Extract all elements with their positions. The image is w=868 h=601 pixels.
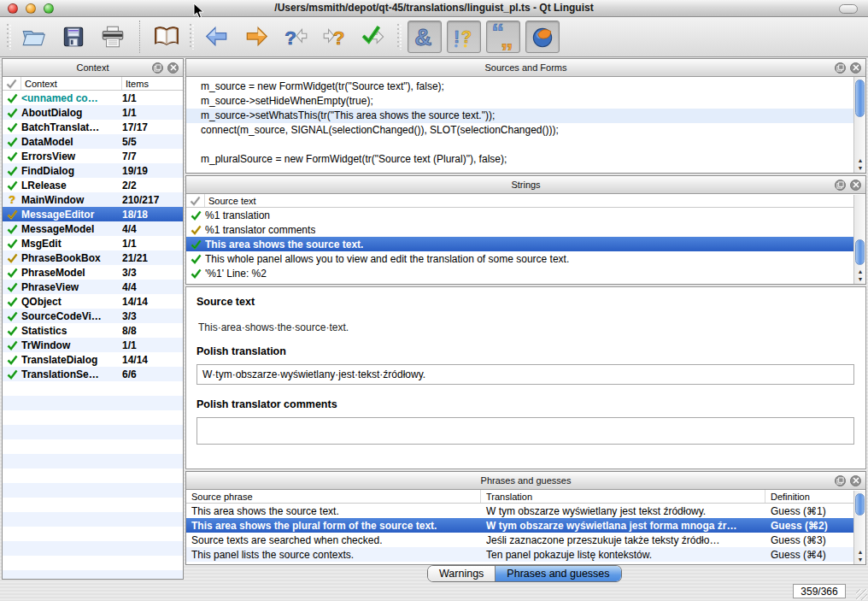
phrase-guess-row[interactable]: This panel lists the source contexts.Ten… <box>186 547 865 562</box>
context-row[interactable]: MessageEditor18/18 <box>3 207 183 221</box>
ok-check-icon <box>7 268 18 278</box>
context-row[interactable]: ?MainWindow210/217 <box>3 192 183 207</box>
ampersand-icon: & <box>411 23 438 50</box>
svg-text:?: ? <box>333 27 345 49</box>
code-line: m_source = new FormWidget(tr("Source tex… <box>186 80 865 94</box>
context-items-count: 18/18 <box>122 209 183 221</box>
context-items-count: 14/14 <box>122 354 183 366</box>
code-line <box>186 138 865 152</box>
source-text-column-header: Source text <box>205 194 865 207</box>
warning-check-icon <box>7 209 18 220</box>
toolbar-next-button[interactable] <box>239 21 273 53</box>
toolbar-next-unfinished-button[interactable]: ? <box>318 21 352 53</box>
ok-check-icon <box>7 166 18 176</box>
float-panel-icon[interactable] <box>835 62 846 74</box>
context-empty-row <box>3 570 183 580</box>
source-code-view[interactable]: m_source = new FormWidget(tr("Source tex… <box>186 77 865 173</box>
close-panel-icon[interactable] <box>850 180 861 191</box>
context-row[interactable]: TranslationSe…6/6 <box>3 367 183 381</box>
resize-grip[interactable] <box>856 589 867 600</box>
string-source-text: %1 translation <box>205 209 270 221</box>
close-panel-icon[interactable] <box>167 62 179 74</box>
context-panel-title: Context <box>77 62 109 73</box>
polish-translator-comments-input[interactable] <box>196 417 854 445</box>
context-row[interactable]: AboutDialog1/1 <box>3 105 183 120</box>
toolbar-drag-handle[interactable] <box>189 24 195 50</box>
strings-scrollbar[interactable]: ▲▼ <box>853 195 865 284</box>
toolbar-phrasebook-button[interactable] <box>150 21 184 53</box>
context-panel-header[interactable]: Context <box>3 59 183 77</box>
context-row[interactable]: Statistics8/8 <box>3 323 183 338</box>
context-empty-row <box>3 410 183 425</box>
ok-check-icon <box>7 355 18 365</box>
context-empty-row <box>3 439 183 454</box>
context-row[interactable]: PhraseView4/4 <box>3 280 183 294</box>
context-row[interactable]: ErrorsView7/7 <box>3 149 183 163</box>
toolbar-place-markers-button[interactable] <box>525 21 560 53</box>
toolbar-toggle-pill-button[interactable] <box>839 4 858 14</box>
context-row[interactable]: MessageModel4/4 <box>3 221 183 236</box>
context-name: <unnamed co… <box>21 92 122 104</box>
sources-scrollbar[interactable]: ▲▼ <box>853 77 865 173</box>
close-panel-icon[interactable] <box>850 475 861 486</box>
tab-phrases-and-guesses[interactable]: Phrases and guesses <box>495 566 620 581</box>
toolbar-ending-punctuation-button[interactable]: !? <box>447 21 481 53</box>
context-row[interactable]: TrWindow1/1 <box>3 338 183 352</box>
float-panel-icon[interactable] <box>835 180 846 191</box>
phrase-guess-row[interactable]: This area shows the source text.W tym ob… <box>186 504 865 518</box>
scrollbar-thumb[interactable] <box>855 80 865 117</box>
toolbar-save-button[interactable] <box>56 21 91 53</box>
phrase-guess-row[interactable]: Source texts are searched when checked.J… <box>186 533 865 547</box>
phrases-table-header[interactable]: Source phrase Translation Definition <box>186 490 865 504</box>
context-name: ErrorsView <box>21 150 122 162</box>
context-row[interactable]: PhraseModel3/3 <box>3 265 183 280</box>
string-row[interactable]: '%1' Line: %2 <box>186 266 865 280</box>
context-row[interactable]: SourceCodeVi…3/3 <box>3 309 183 323</box>
string-row[interactable]: This area shows the source text. <box>186 237 865 251</box>
toolbar-drag-handle[interactable] <box>396 24 402 50</box>
toolbar-done-and-next-button[interactable] <box>357 21 391 53</box>
context-row[interactable]: LRelease2/2 <box>3 178 183 192</box>
context-row[interactable]: DataModel5/5 <box>3 134 183 149</box>
toolbar-drag-handle[interactable] <box>6 24 12 50</box>
context-row[interactable]: PhraseBookBox21/21 <box>3 250 183 265</box>
context-row[interactable]: BatchTranslat…17/17 <box>3 120 183 134</box>
context-items-count: 5/5 <box>122 136 183 148</box>
context-row[interactable]: FindDialog19/19 <box>3 163 183 178</box>
context-row[interactable]: QObject14/14 <box>3 294 183 309</box>
context-row[interactable]: <unnamed co…1/1 <box>3 91 183 105</box>
context-name: DataModel <box>21 136 122 148</box>
context-row[interactable]: MsgEdit1/1 <box>3 236 183 250</box>
scrollbar-thumb[interactable] <box>855 239 865 265</box>
context-row[interactable]: TranslateDialog14/14 <box>3 352 183 367</box>
question-arrow-right-icon: ? <box>321 23 349 50</box>
toolbar-prev-unfinished-button[interactable]: ? <box>279 21 313 53</box>
phrase-definition: Guess (⌘1) <box>765 505 865 517</box>
title-bar[interactable]: /Users/msmith/depot/qt-45/translations/l… <box>0 0 868 17</box>
polish-translation-input[interactable]: W·tym·obszarze·wyświetlany·jest·tekst·źr… <box>196 364 854 385</box>
string-row[interactable]: This whole panel allows you to view and … <box>186 251 865 266</box>
toolbar-prev-button[interactable] <box>200 21 234 53</box>
toolbar-print-button[interactable] <box>96 21 130 53</box>
phrase-guess-row[interactable]: This area shows the plural form of the s… <box>186 518 865 533</box>
phrases-and-guesses-panel: Phrases and guesses Source phrase Transl… <box>185 471 866 565</box>
string-row[interactable]: %1 translator comments <box>186 222 865 237</box>
ok-check-icon <box>7 326 18 336</box>
phrases-panel-header[interactable]: Phrases and guesses <box>186 472 865 490</box>
toolbar-accelerators-button[interactable]: & <box>408 21 442 53</box>
sources-panel-header[interactable]: Sources and Forms <box>186 59 865 77</box>
strings-panel-header[interactable]: Strings <box>186 176 865 194</box>
strings-table-header[interactable]: Source text <box>186 194 865 208</box>
definition-column-header: Definition <box>765 490 865 503</box>
toolbar-phrase-matches-button[interactable]: “„ <box>486 21 520 53</box>
phrases-scrollbar[interactable]: ▲▼ <box>853 491 865 564</box>
float-panel-icon[interactable] <box>152 62 163 74</box>
float-panel-icon[interactable] <box>835 475 846 486</box>
context-table-header[interactable]: Context Items <box>3 77 183 91</box>
toolbar-open-button[interactable] <box>17 21 51 53</box>
context-column-header: Context <box>21 77 122 90</box>
close-panel-icon[interactable] <box>850 62 861 74</box>
scrollbar-thumb[interactable] <box>855 493 865 516</box>
tab-warnings[interactable]: Warnings <box>428 566 495 581</box>
string-row[interactable]: %1 translation <box>186 208 865 222</box>
